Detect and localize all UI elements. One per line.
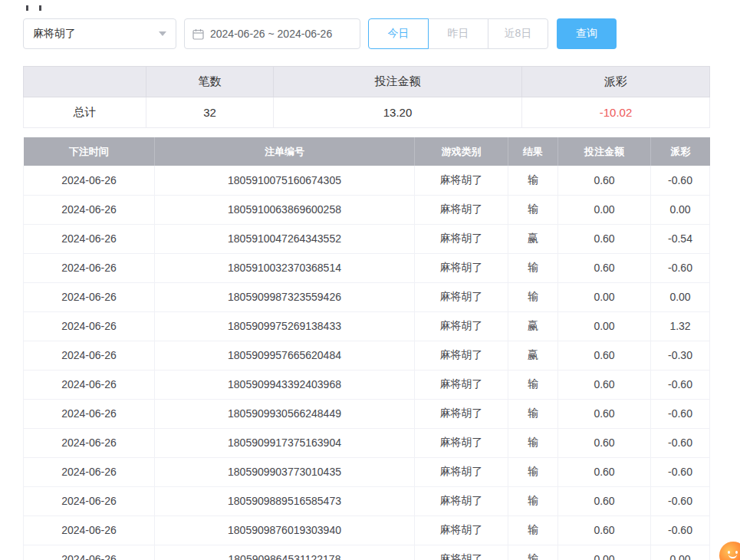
order-number-cell: 1805910047264343552 bbox=[155, 224, 415, 253]
summary-total-row: 总计 32 13.20 -10.02 bbox=[24, 97, 710, 128]
game-type-cell: 麻将胡了 bbox=[415, 253, 508, 282]
summary-count-value: 32 bbox=[146, 97, 274, 128]
summary-table: 笔数 投注金额 派彩 总计 32 13.20 -10.02 bbox=[23, 66, 710, 128]
bet-amount-cell: 0.60 bbox=[558, 486, 651, 516]
order-number-cell: 1805910032370368514 bbox=[155, 253, 415, 282]
header-payout: 派彩 bbox=[651, 137, 710, 166]
summary-header-payout: 派彩 bbox=[522, 67, 710, 97]
bet-table-row: 2024-06-261805909876019303940麻将胡了输0.60-0… bbox=[24, 516, 710, 545]
bet-table-row: 2024-06-261805909917375163904麻将胡了输0.60-0… bbox=[24, 428, 710, 457]
bet-time-cell: 2024-06-26 bbox=[24, 428, 155, 457]
payout-cell: 0.00 bbox=[651, 282, 710, 311]
last8days-button[interactable]: 近8日 bbox=[488, 18, 548, 49]
payout-cell: -0.60 bbox=[651, 486, 710, 516]
game-type-cell: 麻将胡了 bbox=[415, 486, 508, 516]
result-cell: 输 bbox=[508, 166, 558, 195]
summary-header-bet-amount: 投注金额 bbox=[274, 67, 522, 97]
header-result: 结果 bbox=[508, 137, 558, 166]
bet-amount-cell: 0.60 bbox=[558, 370, 651, 399]
result-cell: 赢 bbox=[508, 311, 558, 341]
game-type-cell: 麻将胡了 bbox=[415, 428, 508, 457]
payout-cell: -0.60 bbox=[651, 457, 710, 486]
bet-time-cell: 2024-06-26 bbox=[24, 253, 155, 282]
result-cell: 输 bbox=[508, 428, 558, 457]
result-cell: 赢 bbox=[508, 224, 558, 253]
summary-payout-value: -10.02 bbox=[522, 97, 710, 128]
payout-cell: 1.32 bbox=[651, 311, 710, 341]
service-icon-smile bbox=[728, 554, 737, 558]
customer-service-float-icon[interactable] bbox=[719, 542, 740, 560]
summary-header-count: 笔数 bbox=[146, 67, 274, 97]
bet-time-cell: 2024-06-26 bbox=[24, 282, 155, 311]
bet-time-cell: 2024-06-26 bbox=[24, 341, 155, 370]
game-type-cell: 麻将胡了 bbox=[415, 311, 508, 341]
bet-time-cell: 2024-06-26 bbox=[24, 311, 155, 341]
yesterday-button[interactable]: 昨日 bbox=[428, 18, 488, 49]
order-number-cell: 1805909930566248449 bbox=[155, 399, 415, 428]
header-bet-amount: 投注金额 bbox=[558, 137, 651, 166]
game-type-cell: 麻将胡了 bbox=[415, 399, 508, 428]
payout-cell: -0.54 bbox=[651, 224, 710, 253]
date-range-value: 2024-06-26 ~ 2024-06-26 bbox=[210, 28, 332, 40]
result-cell: 输 bbox=[508, 195, 558, 224]
summary-total-label: 总计 bbox=[24, 97, 146, 128]
bet-table-row: 2024-06-261805909943392403968麻将胡了输0.60-0… bbox=[24, 370, 710, 399]
payout-cell: -0.60 bbox=[651, 166, 710, 195]
result-cell: 输 bbox=[508, 457, 558, 486]
payout-cell: 0.00 bbox=[651, 195, 710, 224]
bet-amount-cell: 0.60 bbox=[558, 428, 651, 457]
bet-table-row: 2024-06-261805910075160674305麻将胡了输0.60-0… bbox=[24, 166, 710, 195]
bet-amount-cell: 0.60 bbox=[558, 341, 651, 370]
game-type-cell: 麻将胡了 bbox=[415, 224, 508, 253]
summary-header-blank bbox=[24, 67, 146, 97]
bet-table-row: 2024-06-261805909930566248449麻将胡了输0.60-0… bbox=[24, 399, 710, 428]
today-button[interactable]: 今日 bbox=[368, 18, 429, 49]
order-number-cell: 1805910075160674305 bbox=[155, 166, 415, 195]
bet-table-row: 2024-06-261805909864531122178麻将胡了输0.000.… bbox=[24, 545, 710, 560]
result-cell: 输 bbox=[508, 253, 558, 282]
bet-time-cell: 2024-06-26 bbox=[24, 399, 155, 428]
result-cell: 输 bbox=[508, 399, 558, 428]
game-type-cell: 麻将胡了 bbox=[415, 516, 508, 545]
bet-table-row: 2024-06-261805909957665620484麻将胡了赢0.60-0… bbox=[24, 341, 710, 370]
payout-cell: -0.60 bbox=[651, 428, 710, 457]
bet-amount-cell: 0.00 bbox=[558, 311, 651, 341]
bet-table-row: 2024-06-261805910047264343552麻将胡了赢0.60-0… bbox=[24, 224, 710, 253]
bet-time-cell: 2024-06-26 bbox=[24, 195, 155, 224]
date-range-input[interactable]: 2024-06-26 ~ 2024-06-26 bbox=[184, 18, 360, 49]
bet-table-row: 2024-06-261805910032370368514麻将胡了输0.60-0… bbox=[24, 253, 710, 282]
order-number-cell: 1805909889516585473 bbox=[155, 486, 415, 516]
summary-bet-amount-value: 13.20 bbox=[274, 97, 522, 128]
result-cell: 输 bbox=[508, 516, 558, 545]
payout-cell: -0.30 bbox=[651, 341, 710, 370]
order-number-cell: 1805909987323559426 bbox=[155, 282, 415, 311]
bet-table-row: 2024-06-261805909889516585473麻将胡了输0.60-0… bbox=[24, 486, 710, 516]
bet-time-cell: 2024-06-26 bbox=[24, 486, 155, 516]
bet-time-cell: 2024-06-26 bbox=[24, 516, 155, 545]
game-type-cell: 麻将胡了 bbox=[415, 166, 508, 195]
result-cell: 输 bbox=[508, 282, 558, 311]
bet-table-header-row: 下注时间 注单编号 游戏类别 结果 投注金额 派彩 bbox=[24, 137, 710, 166]
bet-table-body: 2024-06-261805910075160674305麻将胡了输0.60-0… bbox=[24, 166, 710, 560]
bet-table-row: 2024-06-261805909903773010435麻将胡了输0.60-0… bbox=[24, 457, 710, 486]
order-number-cell: 1805909876019303940 bbox=[155, 516, 415, 545]
bet-amount-cell: 0.60 bbox=[558, 224, 651, 253]
order-number-cell: 1805909917375163904 bbox=[155, 428, 415, 457]
result-cell: 输 bbox=[508, 545, 558, 560]
payout-cell: -0.60 bbox=[651, 399, 710, 428]
order-number-cell: 1805909943392403968 bbox=[155, 370, 415, 399]
bet-time-cell: 2024-06-26 bbox=[24, 457, 155, 486]
filter-bar: 麻将胡了 2024-06-26 ~ 2024-06-26 今日 昨日 近8日 查… bbox=[23, 18, 710, 49]
query-button[interactable]: 查询 bbox=[557, 18, 617, 49]
bet-table-row: 2024-06-261805909987323559426麻将胡了输0.000.… bbox=[24, 282, 710, 311]
game-select[interactable]: 麻将胡了 bbox=[23, 18, 176, 49]
game-type-cell: 麻将胡了 bbox=[415, 370, 508, 399]
payout-cell: -0.60 bbox=[651, 253, 710, 282]
bet-time-cell: 2024-06-26 bbox=[24, 545, 155, 560]
bet-amount-cell: 0.00 bbox=[558, 195, 651, 224]
game-type-cell: 麻将胡了 bbox=[415, 457, 508, 486]
order-number-cell: 1805909864531122178 bbox=[155, 545, 415, 560]
result-cell: 输 bbox=[508, 486, 558, 516]
order-number-cell: 1805910063869600258 bbox=[155, 195, 415, 224]
bet-amount-cell: 0.60 bbox=[558, 399, 651, 428]
